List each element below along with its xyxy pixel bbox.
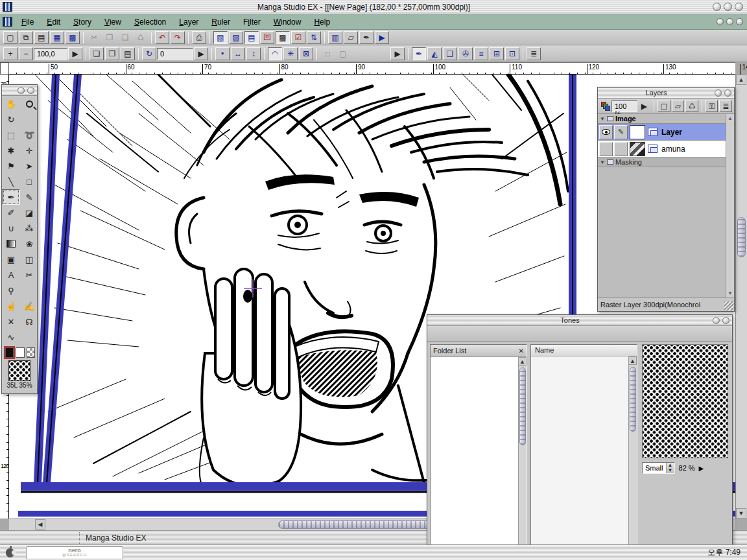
bucket-tool[interactable]: ∪ <box>2 220 20 236</box>
magic-wand-tool[interactable]: ✱ <box>2 143 20 158</box>
ruler-grid-button[interactable]: ⊞ <box>490 47 504 60</box>
properties-toggle-button[interactable]: 回 <box>260 31 274 44</box>
new-layer-button[interactable]: ▢ <box>658 100 670 112</box>
snap-mode-1-button[interactable]: ◠ <box>268 47 282 60</box>
list-scroll-up[interactable]: ▲ <box>628 356 637 365</box>
snap-ruler-button[interactable]: ⊠ <box>299 47 313 60</box>
vertical-scrollbar[interactable]: ▲ ▼ <box>735 75 747 519</box>
preview-menu-arrow[interactable]: ▶ <box>699 465 704 472</box>
story-editor-toggle-button[interactable]: ▧ <box>213 31 228 44</box>
menu-layer[interactable]: Layer <box>172 16 205 29</box>
layer-visibility-cell[interactable] <box>599 125 613 139</box>
menu-edit[interactable]: Edit <box>40 16 67 29</box>
materials-button[interactable]: ▥ <box>328 31 342 44</box>
menu-window[interactable]: Window <box>267 16 308 29</box>
layers-scrollbar[interactable]: ▲▼ <box>726 114 734 298</box>
paste-button[interactable]: ❏ <box>118 31 132 44</box>
palette-shade-button[interactable] <box>18 87 25 94</box>
spinner-icon[interactable]: ▲▼ <box>666 463 674 473</box>
object-selector-tool[interactable]: ⚑ <box>2 158 20 174</box>
transfer-toggle-button[interactable]: ⇅ <box>307 31 321 44</box>
zoom-tool[interactable] <box>20 96 38 111</box>
tones-shade-button[interactable] <box>713 317 720 324</box>
tone-list-header[interactable]: Name <box>531 345 637 356</box>
text-tool[interactable]: A <box>2 267 20 283</box>
eraser-tool[interactable]: ◪ <box>20 205 38 220</box>
actual-size-button[interactable]: • <box>215 47 230 60</box>
prev-page-button[interactable]: ❏ <box>89 47 104 60</box>
lasso-tool[interactable]: ➰ <box>20 127 38 143</box>
layers-menu-button[interactable]: ≣ <box>719 100 732 112</box>
frame-cutter-tool[interactable]: ✂ <box>20 267 38 283</box>
layer-thumbnail[interactable] <box>630 125 645 139</box>
zoom-in-button[interactable]: + <box>3 47 18 60</box>
select-arrow-tool[interactable]: ➤ <box>20 158 38 174</box>
tones-palette-titlebar[interactable]: Tones <box>427 315 732 326</box>
start-menu-button[interactable] <box>0 545 19 560</box>
ruler-triangle-button[interactable]: ◭ <box>427 47 442 60</box>
layer-section-masking[interactable]: ▼Masking <box>598 158 726 167</box>
layer-opacity-field[interactable]: 100 % <box>611 100 637 112</box>
smudge-tool[interactable]: ☝ <box>2 298 20 314</box>
open-button[interactable]: ▤ <box>34 31 49 44</box>
save-button[interactable]: ▦ <box>50 31 64 44</box>
undo-button[interactable]: ↶ <box>155 31 169 44</box>
vertical-scroll-thumb[interactable] <box>737 217 746 257</box>
transparent-color-swatch[interactable] <box>27 347 35 358</box>
layer-thumbnail[interactable] <box>630 142 645 156</box>
menu-help[interactable]: Help <box>307 16 337 29</box>
materials-folder-button[interactable]: ▱ <box>344 31 358 44</box>
loupe-tool[interactable]: ☊ <box>20 314 38 329</box>
run-story-button[interactable]: ▶ <box>375 31 389 44</box>
ruler-3d-button[interactable]: ❑ <box>443 47 457 60</box>
line-tool[interactable]: ╲ <box>2 174 20 189</box>
pattern-brush-tool[interactable]: ❀ <box>20 236 38 251</box>
selection-pen-tool[interactable]: ✍ <box>20 298 38 314</box>
folder-list-close-icon[interactable]: ✕ <box>519 347 524 355</box>
copy-button[interactable]: ❐ <box>102 31 117 44</box>
ruler-menu-button[interactable]: ≣ <box>527 47 541 60</box>
new-page-button[interactable]: ▢ <box>3 31 18 44</box>
layers-palette-titlebar[interactable]: Layers <box>598 88 734 99</box>
new-from-template-button[interactable]: ⧉ <box>19 31 33 44</box>
menu-view[interactable]: View <box>98 16 128 29</box>
layer-section-image[interactable]: ▼Image <box>598 114 726 124</box>
rotation-value-field[interactable]: 0 <box>157 48 193 60</box>
rotate-view-button[interactable]: ↻ <box>142 47 156 60</box>
tone-list-scrollbar[interactable]: ▲ <box>628 356 637 559</box>
pencil-tool[interactable]: ✎ <box>20 189 38 205</box>
menu-file[interactable]: File <box>15 16 40 29</box>
delete-button[interactable]: ♺ <box>134 31 148 44</box>
custom-tools-button[interactable]: ✒ <box>359 31 374 44</box>
shape-tool[interactable]: □ <box>20 174 38 189</box>
curve-tool[interactable]: ∿ <box>2 329 20 345</box>
pen-tool[interactable]: ✒ <box>2 189 20 205</box>
foreground-color-swatch[interactable] <box>5 347 14 358</box>
options-toggle-button[interactable]: ☑ <box>291 31 305 44</box>
doc-close-button[interactable] <box>736 18 743 25</box>
layer-edit-cell[interactable] <box>614 142 628 156</box>
redo-button[interactable]: ↷ <box>171 31 185 44</box>
zoom-menu-button[interactable]: ▶ <box>68 47 82 60</box>
ruler-parallel-button[interactable]: ≡ <box>474 47 488 60</box>
background-color-swatch[interactable] <box>16 347 24 358</box>
fit-width-button[interactable]: ↔ <box>231 47 245 60</box>
color-mode-icon[interactable] <box>601 102 610 111</box>
folder-tree-scrollbar[interactable]: ▲ <box>518 357 527 559</box>
scroll-up-arrow[interactable]: ▲ <box>736 75 746 85</box>
layer-visibility-cell[interactable] <box>599 142 613 156</box>
ruler-frame-button[interactable]: ⊡ <box>505 47 519 60</box>
next-page-button[interactable]: ❐ <box>105 47 119 60</box>
marquee-tool[interactable]: ⬚ <box>2 127 20 143</box>
page-manager-toggle-button[interactable]: ▨ <box>229 31 243 44</box>
scroll-down-arrow[interactable]: ▼ <box>736 508 746 519</box>
minimize-button[interactable] <box>713 3 721 11</box>
ruler-pen-button[interactable]: ✒ <box>412 47 426 60</box>
zoom-out-button[interactable]: − <box>19 47 33 60</box>
guide-2-button[interactable]: ▢ <box>336 47 350 60</box>
tools-palette-toggle-button[interactable]: ▤ <box>244 31 259 44</box>
hand-tool[interactable]: ✋ <box>2 96 20 111</box>
rotate-menu-button[interactable]: ▶ <box>194 47 208 60</box>
rotate-canvas-tool[interactable]: ↻ <box>2 111 20 127</box>
menu-ruler[interactable]: Ruler <box>205 16 237 29</box>
